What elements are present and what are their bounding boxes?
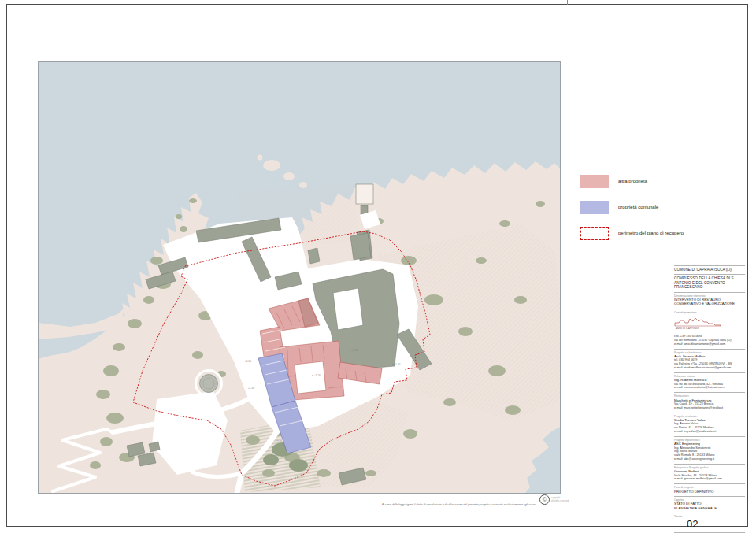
comune-title: COMUNE DI CAPRAIA ISOLA (LI) — [674, 268, 745, 272]
legend-label: proprietà comunale — [618, 205, 658, 209]
elevation-label: +7.50 — [352, 349, 358, 352]
copyright-text: copyright all rights reserved — [551, 497, 569, 502]
copyright-icon: © — [539, 494, 550, 505]
tb-restauratori: Restauratori: Marchetti e Fontanini snc … — [674, 392, 745, 412]
legend-label: altra proprietà — [618, 179, 647, 183]
tb-progetto-architettonico: Progetto architettonico: Arch. Franco Ma… — [674, 349, 745, 372]
elevation-label: +1.58 — [248, 387, 254, 390]
tb-fase: Fase di progetto: PROGETTO DEFINITIVO — [674, 483, 745, 496]
copyright-disclaimer: Ai sensi delle leggi vigenti il diritto … — [334, 503, 536, 506]
section-label: Contatti promotore: — [674, 311, 745, 314]
oggetto-line: PLANIMETRIA GENERALE — [674, 506, 745, 510]
complesso-title: COMPLESSO DELLA CHIESA DI S. ANTONIO E D… — [674, 276, 745, 289]
convent-cloister-courtyard — [295, 361, 326, 394]
pink-swatch — [580, 175, 609, 188]
skyline-logo-icon: AMICI DI S.ANTONIO — [674, 316, 723, 330]
tavola-number: 02 — [687, 519, 745, 530]
elevation-label: -1.40 — [395, 363, 400, 366]
contact-line: e-mail: amicidisantantonio@gmail.com — [674, 342, 745, 346]
tb-progetto-strutturale: Progetto strutturale: Studio Tecnico Val… — [674, 413, 745, 436]
tb-oggetto: Oggetto: STATO DI FATTO: PLANIMETRIA GEN… — [674, 496, 745, 513]
u-building-courtyard — [333, 288, 363, 330]
legend-item-perimetro: perimetro del piano di recupero — [580, 226, 684, 240]
fase-value: PROGETTO DEFINITIVO — [674, 490, 745, 494]
tb-relazione-storica: Relazione storica: Ing. Roberto Moresco … — [674, 372, 745, 392]
blue-swatch — [580, 201, 609, 214]
tb-complesso: COMPLESSO DELLA CHIESA DI S. ANTONIO E D… — [674, 274, 745, 291]
legend-item-proprieta-comunale: proprietà comunale — [580, 200, 658, 214]
detail-line: e-mail: ing.valva@studiovalva.it — [674, 430, 745, 434]
legend-item-altra-proprieta: altra proprietà — [580, 174, 647, 188]
detail-line: e-mail: giovanni.maffeis@gmail.com — [674, 477, 745, 481]
tb-comune: COMUNE DI CAPRAIA ISOLA (LI) — [674, 265, 745, 274]
title-block: COMUNE DI CAPRAIA ISOLA (LI) COMPLESSO D… — [674, 265, 745, 529]
water-tank — [196, 371, 222, 397]
detail-line: e-mail: morescoroberto@hotmail.com — [674, 386, 745, 390]
copyright-mark: © copyright all rights reserved — [539, 494, 569, 505]
legend-label: perimetro del piano di recupero — [618, 231, 684, 235]
copyright-line: all rights reserved — [551, 500, 569, 502]
detail-line: e-mail: abc@ascengineering.it — [674, 457, 745, 461]
elevation-label: +5.20 — [314, 374, 321, 377]
frame-tick — [567, 0, 568, 5]
elevation-label: +2.05 — [276, 440, 282, 443]
detail-line: e-mail: marchettiefontanini@virgilio.it — [674, 406, 745, 410]
promoter-logo: AMICI DI S.ANTONIO — [674, 316, 745, 333]
intervento-line: CONSERVATIVO E VALORIZZAZIONE — [674, 302, 745, 305]
site-plan-map: +7.50 -1.40 +5.20 +0.55 +1.58 +2.05 — [38, 61, 561, 494]
tb-tavola: Tavola: 02 — [674, 513, 745, 531]
detail-line: e-mail: studiomaffeis.orzinuovi@gmail.co… — [674, 366, 745, 370]
tb-progetto-impiantistico: Progetto impiantistico: ASC Engineering … — [674, 436, 745, 464]
outlined-building — [356, 184, 373, 204]
red-dashed-swatch — [580, 227, 609, 240]
site-plan-svg: +7.50 -1.40 +5.20 +0.55 +1.58 +2.05 — [39, 62, 560, 493]
tb-fotografie: Fotografie e Progetto grafico: Giovanni … — [674, 464, 745, 483]
elevation-label: +0.55 — [245, 360, 251, 363]
tb-denominazione: Denominazione intervento: INTERVENTO DI … — [674, 292, 745, 309]
logo-text: AMICI DI S.ANTONIO — [676, 327, 699, 330]
tb-contatti: Contatti promotore: AMICI DI S.ANTONIO c… — [674, 309, 745, 349]
